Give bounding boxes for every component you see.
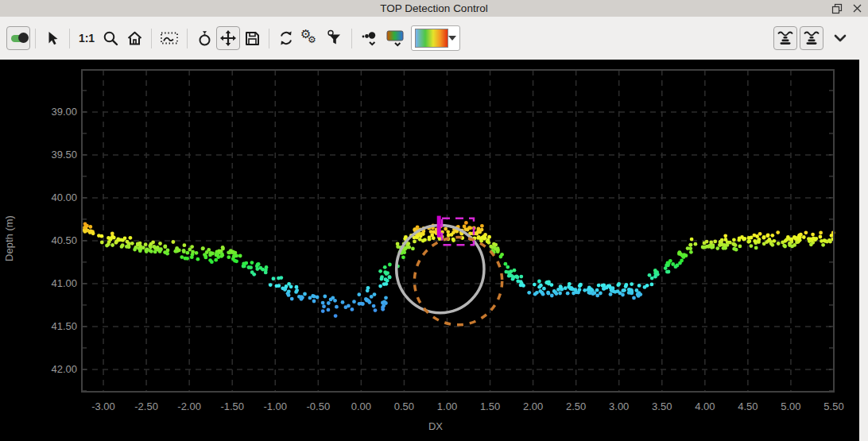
scatter-point <box>378 284 382 288</box>
scatter-point <box>380 277 384 281</box>
scatter-point <box>809 242 813 246</box>
scatter-point <box>195 251 199 255</box>
scatter-point <box>172 240 176 244</box>
x-axis-title: DX <box>428 420 443 432</box>
scatter-point <box>214 258 218 262</box>
timer-button[interactable] <box>192 26 216 50</box>
scatter-point <box>823 238 827 242</box>
scatter-point <box>388 275 392 279</box>
scale-1-1-button[interactable]: 1:1 <box>75 26 99 50</box>
scale-1-1-label: 1:1 <box>79 32 95 44</box>
x-tick-label: 2.50 <box>566 400 586 412</box>
scatter-point <box>535 291 539 295</box>
scatter-point <box>384 296 388 300</box>
scatter-point <box>748 239 752 243</box>
scatter-point <box>738 245 742 249</box>
separator <box>151 29 152 48</box>
enable-toggle-button[interactable] <box>6 26 30 50</box>
scatter-point <box>283 288 287 292</box>
scatter-point <box>182 249 186 253</box>
scatter-point <box>428 238 432 242</box>
scatter-point <box>190 255 194 259</box>
stopwatch-icon <box>196 29 214 48</box>
float-window-icon[interactable] <box>831 2 843 15</box>
move-arrows-icon <box>219 29 238 48</box>
save-button[interactable] <box>240 26 264 50</box>
scatter-point <box>378 269 382 273</box>
scatter-point <box>149 250 153 253</box>
scatter-point <box>321 301 325 305</box>
scatter-point <box>569 287 573 291</box>
scatter-point <box>334 314 338 318</box>
scatter-point <box>724 238 728 242</box>
colormap-dropdown[interactable] <box>411 25 460 51</box>
scatter-point <box>808 239 812 243</box>
point-size-button[interactable] <box>357 26 382 50</box>
scatter-point <box>819 235 823 239</box>
scatter-point <box>227 255 231 259</box>
titlebar[interactable]: TOP Detection Control <box>0 0 868 17</box>
pointer-tool-button[interactable] <box>41 26 64 50</box>
scatter-point <box>777 242 781 246</box>
filter-button[interactable] <box>322 26 347 50</box>
home-view-button[interactable] <box>122 26 146 50</box>
y-tick-label: 41.00 <box>51 277 77 289</box>
scatter-point <box>701 246 705 250</box>
right-edge-strip <box>859 60 868 441</box>
x-tick-label: -0.50 <box>306 400 330 412</box>
scatter-point <box>423 238 427 242</box>
scatter-point <box>622 288 626 292</box>
scatter-point <box>290 297 294 301</box>
scatter-point <box>648 273 652 277</box>
refresh-button[interactable] <box>274 26 298 50</box>
scatter-point <box>116 238 120 242</box>
scatter-point <box>757 239 761 243</box>
close-icon[interactable] <box>851 2 863 15</box>
scatter-point <box>650 283 654 287</box>
scatter-point <box>754 246 758 250</box>
refresh-icon <box>277 29 296 48</box>
settings-button[interactable]: ⚙⚙ <box>298 26 322 50</box>
scatter-point <box>272 277 276 280</box>
scatter-point <box>372 304 376 308</box>
scatter-point <box>587 286 591 290</box>
buoy-detect-button-2[interactable] <box>800 26 823 50</box>
scatter-point <box>723 234 727 238</box>
mini-colormap-button[interactable] <box>382 26 408 50</box>
scatter-point <box>321 309 325 313</box>
zoom-tool-button[interactable] <box>99 26 122 50</box>
scatter-point <box>149 242 153 246</box>
scatter-point <box>478 230 482 234</box>
pan-tool-button[interactable] <box>216 26 240 50</box>
depth-scatter-plot[interactable]: -3.00-2.50-2.00-1.50-1.00-0.500.000.501.… <box>0 60 859 441</box>
scatter-point <box>382 282 386 286</box>
buoy-detect-button-1[interactable] <box>773 26 797 50</box>
scatter-point <box>110 232 114 236</box>
scatter-point <box>121 243 125 247</box>
x-tick-label: -2.00 <box>177 400 201 412</box>
toggle-on-icon <box>11 35 25 42</box>
cursor-pointer-icon <box>44 29 61 47</box>
scatter-point <box>444 227 448 231</box>
scatter-point <box>765 240 769 244</box>
scatter-point <box>494 247 498 251</box>
plot-panel[interactable]: -3.00-2.50-2.00-1.50-1.00-0.500.000.501.… <box>0 60 859 441</box>
scatter-point <box>601 284 605 288</box>
scatter-point <box>381 308 385 311</box>
collapse-toolbar-button[interactable] <box>828 26 852 50</box>
scatter-point <box>133 248 137 252</box>
scatter-point <box>289 284 293 288</box>
buoy-icon <box>802 29 821 48</box>
scatter-point <box>144 242 148 246</box>
scatter-point <box>762 236 766 240</box>
profile-roi-button[interactable] <box>157 26 182 50</box>
gears-icon: ⚙⚙ <box>300 28 320 48</box>
scatter-point <box>352 300 356 304</box>
scatter-point <box>755 234 759 238</box>
scatter-point <box>191 250 195 254</box>
separator <box>35 29 36 48</box>
scatter-point <box>765 234 769 238</box>
scatter-point <box>125 245 129 249</box>
scatter-point <box>464 221 468 225</box>
x-tick-label: 5.50 <box>823 400 843 412</box>
